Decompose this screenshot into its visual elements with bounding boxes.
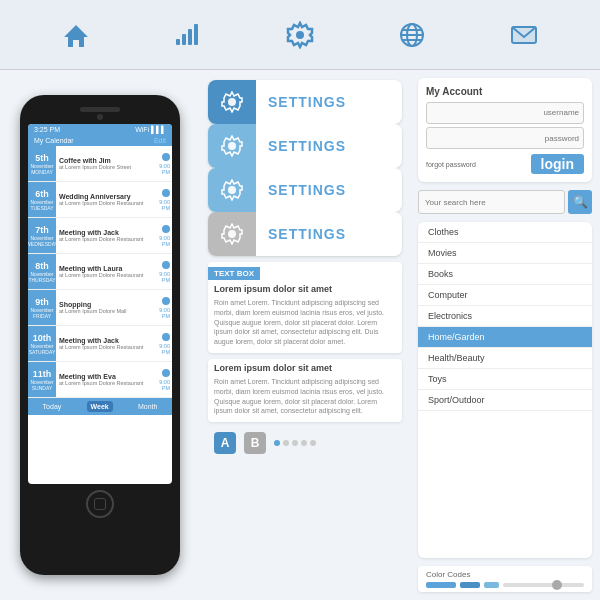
tab-a[interactable]: A (214, 432, 236, 454)
color-bars (426, 582, 584, 588)
cal-date: 11th November SUNDAY (28, 362, 56, 397)
cal-event-sub: at Lorem Ipsum Dolore Restaurant (59, 272, 149, 278)
settings-button-1[interactable]: SETTINGS (208, 80, 402, 124)
cal-body: Meeting with Laura at Lorem Ipsum Dolore… (56, 254, 152, 289)
dot-3[interactable] (292, 440, 298, 446)
cal-event-title: Shopping (59, 301, 149, 308)
color-codes-section: Color Codes (418, 566, 592, 592)
phone-tab-today[interactable]: Today (39, 401, 66, 412)
phone-section: 3:25 PM WiFi ▌▌▌ My Calendar Edit 5th No… (0, 70, 200, 600)
color-bar-2 (460, 582, 480, 588)
calendar-item[interactable]: 8th November THURSDAY Meeting with Laura… (28, 254, 172, 290)
settings-btn-icon (208, 124, 256, 168)
globe-icon[interactable] (390, 13, 434, 57)
calendar-item[interactable]: 9th November FRIDAY Shopping at Lorem Ip… (28, 290, 172, 326)
cal-time: 9:00 PM (152, 362, 172, 397)
category-item-computer[interactable]: Computer (418, 285, 592, 306)
cal-body: Shopping at Lorem Ipsum Dolore Mall (56, 290, 152, 325)
cal-badge (162, 333, 170, 341)
phone-home-area (28, 484, 172, 522)
textbox-title: Lorem ipsum dolor sit amet (208, 359, 402, 375)
search-button[interactable]: 🔍 (568, 190, 592, 214)
calendar-header: My Calendar Edit (28, 135, 172, 146)
calendar-item[interactable]: 5th November MONDAY Coffee with Jim at L… (28, 146, 172, 182)
cal-badge (162, 225, 170, 233)
dot-navigation (274, 440, 316, 446)
settings-button-4[interactable]: SETTINGS (208, 212, 402, 256)
phone-tab-week[interactable]: Week (87, 401, 113, 412)
textbox-card-1: TEXT BOXLorem ipsum dolor sit ametRoin a… (208, 262, 402, 353)
svg-point-15 (228, 230, 236, 238)
password-input[interactable] (426, 127, 584, 149)
category-item-books[interactable]: Books (418, 264, 592, 285)
right-section: My Account forgot password login 🔍 Cloth… (410, 70, 600, 600)
main-content: 3:25 PM WiFi ▌▌▌ My Calendar Edit 5th No… (0, 70, 600, 600)
category-list: ClothesMoviesBooksComputerElectronicsHom… (418, 222, 592, 558)
phone-speaker (80, 107, 120, 112)
color-slider[interactable] (503, 583, 584, 587)
search-input[interactable] (418, 190, 565, 214)
textbox-body: Roin amet Lorem. Tincidunt adipiscing ad… (208, 375, 402, 422)
cal-body: Meeting with Jack at Lorem Ipsum Dolore … (56, 218, 152, 253)
cal-date: 8th November THURSDAY (28, 254, 56, 289)
cal-date: 6th November TUESDAY (28, 182, 56, 217)
phone-status-bar: 3:25 PM WiFi ▌▌▌ (28, 124, 172, 135)
phone-time: 3:25 PM (34, 126, 60, 133)
category-item-sport-outdoor[interactable]: Sport/Outdoor (418, 390, 592, 411)
account-section: My Account forgot password login (418, 78, 592, 182)
slider-handle[interactable] (552, 580, 562, 590)
cal-badge (162, 261, 170, 269)
cal-badge (162, 297, 170, 305)
account-title: My Account (426, 86, 584, 97)
category-item-health-beauty[interactable]: Health/Beauty (418, 348, 592, 369)
dot-5[interactable] (310, 440, 316, 446)
dot-1[interactable] (274, 440, 280, 446)
mail-icon[interactable] (502, 13, 546, 57)
category-item-movies[interactable]: Movies (418, 243, 592, 264)
username-input[interactable] (426, 102, 584, 124)
calendar-item[interactable]: 10th November SATURDAY Meeting with Jack… (28, 326, 172, 362)
svg-marker-0 (64, 25, 88, 47)
account-links: forgot password login (426, 154, 584, 174)
settings-icon[interactable] (278, 13, 322, 57)
phone-screen: 3:25 PM WiFi ▌▌▌ My Calendar Edit 5th No… (28, 124, 172, 484)
phone-device: 3:25 PM WiFi ▌▌▌ My Calendar Edit 5th No… (20, 95, 180, 575)
calendar-edit[interactable]: Edit (154, 137, 166, 144)
category-item-toys[interactable]: Toys (418, 369, 592, 390)
category-item-electronics[interactable]: Electronics (418, 306, 592, 327)
signal-icon[interactable] (166, 13, 210, 57)
dot-4[interactable] (301, 440, 307, 446)
category-item-home-garden[interactable]: Home/Garden (418, 327, 592, 348)
svg-point-5 (296, 31, 304, 39)
cal-time: 9:00 PM (152, 290, 172, 325)
cal-time: 9:00 PM (152, 254, 172, 289)
calendar-item[interactable]: 11th November SUNDAY Meeting with Eva at… (28, 362, 172, 398)
home-icon[interactable] (54, 13, 98, 57)
cal-time: 9:00 PM (152, 326, 172, 361)
category-item-clothes[interactable]: Clothes (418, 222, 592, 243)
middle-section: SETTINGSSETTINGSSETTINGSSETTINGS TEXT BO… (200, 70, 410, 600)
cal-event-sub: at Lorem Ipsum Dolore Restaurant (59, 236, 149, 242)
cal-body: Coffee with Jim at Lorem Ipsum Dolore St… (56, 146, 152, 181)
cal-event-sub: at Lorem Ipsum Dolore Street (59, 164, 149, 170)
top-nav (0, 0, 600, 70)
svg-point-13 (228, 142, 236, 150)
color-bar-1 (426, 582, 456, 588)
settings-btn-icon (208, 80, 256, 124)
cal-body: Meeting with Eva at Lorem Ipsum Dolore R… (56, 362, 152, 397)
settings-button-2[interactable]: SETTINGS (208, 124, 402, 168)
calendar-item[interactable]: 7th November WEDNESDAY Meeting with Jack… (28, 218, 172, 254)
login-button[interactable]: login (531, 154, 584, 174)
forgot-password-link[interactable]: forgot password (426, 161, 476, 168)
textbox-section: TEXT BOXLorem ipsum dolor sit ametRoin a… (208, 262, 402, 422)
cal-body: Wedding Anniversary at Lorem Ipsum Dolor… (56, 182, 152, 217)
dot-2[interactable] (283, 440, 289, 446)
phone-tab-month[interactable]: Month (134, 401, 161, 412)
calendar-item[interactable]: 6th November TUESDAY Wedding Anniversary… (28, 182, 172, 218)
settings-button-3[interactable]: SETTINGS (208, 168, 402, 212)
svg-rect-1 (176, 39, 180, 45)
settings-btn-icon (208, 168, 256, 212)
tab-b[interactable]: B (244, 432, 266, 454)
color-codes-title: Color Codes (426, 570, 584, 579)
phone-home-button[interactable] (86, 490, 114, 518)
